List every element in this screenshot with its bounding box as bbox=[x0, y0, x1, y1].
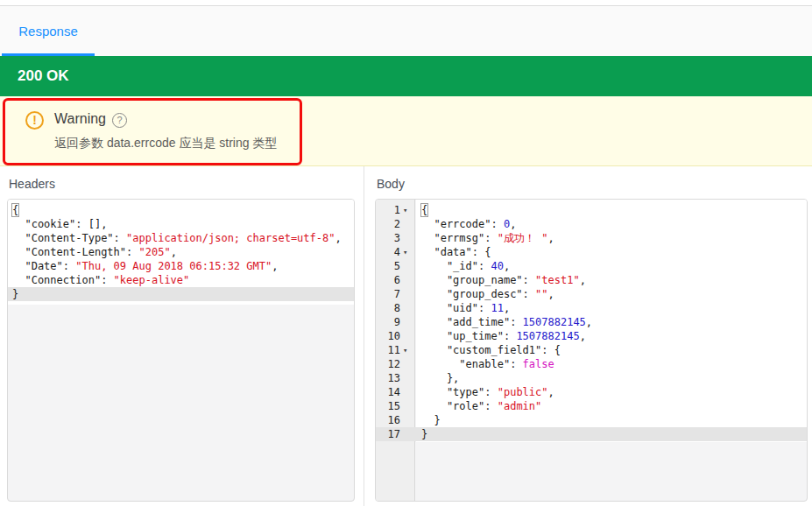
response-page: Response 200 OK ! Warning ? 返回参数 data.er… bbox=[0, 0, 812, 506]
status-banner: 200 OK bbox=[0, 56, 812, 96]
body-code-editor[interactable]: 1▾{2 "errcode": 0,3 "errmsg": "成功！ ",4▾ … bbox=[375, 199, 808, 502]
fold-spacer bbox=[400, 287, 416, 301]
tab-bar: Response bbox=[0, 6, 812, 56]
gutter-cell: 1▾ bbox=[376, 203, 416, 217]
code-text: { bbox=[416, 203, 807, 217]
code-line[interactable]: 4▾ "data": { bbox=[376, 245, 807, 259]
body-panel-label: Body bbox=[377, 177, 405, 191]
editor-rows: { "cookie": [], "Content-Type": "applica… bbox=[8, 203, 354, 301]
fold-arrow-icon[interactable]: ▾ bbox=[400, 343, 416, 357]
code-line[interactable]: 7 "group_desc": "", bbox=[376, 287, 807, 301]
code-line[interactable]: 16 } bbox=[376, 413, 807, 427]
line-number: 6 bbox=[376, 273, 400, 287]
code-line[interactable]: 5 "_id": 40, bbox=[376, 259, 807, 273]
code-text: "group_name": "test1", bbox=[416, 273, 807, 287]
code-text: } bbox=[8, 287, 354, 301]
code-text: "add_time": 1507882145, bbox=[416, 315, 807, 329]
code-line[interactable]: "Connection": "keep-alive" bbox=[8, 273, 354, 287]
gutter-cell: 16 bbox=[376, 413, 416, 427]
gutter-cell: 12 bbox=[376, 357, 416, 371]
code-line[interactable]: 8 "uid": 11, bbox=[376, 301, 807, 315]
gutter-cell: 17 bbox=[376, 427, 416, 441]
gutter-cell: 5 bbox=[376, 259, 416, 273]
fold-spacer bbox=[400, 385, 416, 399]
headers-code-editor[interactable]: { "cookie": [], "Content-Type": "applica… bbox=[7, 199, 355, 502]
fold-spacer bbox=[400, 357, 416, 371]
fold-spacer bbox=[400, 371, 416, 385]
code-text: "Content-Type": "application/json; chars… bbox=[8, 231, 354, 245]
line-number: 13 bbox=[376, 371, 400, 385]
line-number: 14 bbox=[376, 385, 400, 399]
code-line[interactable]: 13 }, bbox=[376, 371, 807, 385]
gutter-cell: 7 bbox=[376, 287, 416, 301]
code-line[interactable]: 15 "role": "admin" bbox=[376, 399, 807, 413]
fold-spacer bbox=[400, 413, 416, 427]
code-text: "custom_field1": { bbox=[416, 343, 807, 357]
line-number: 11 bbox=[376, 343, 400, 357]
panel-divider bbox=[364, 166, 364, 506]
code-line[interactable]: 6 "group_name": "test1", bbox=[376, 273, 807, 287]
code-line[interactable]: 14 "type": "public", bbox=[376, 385, 807, 399]
line-number: 4 bbox=[376, 245, 400, 259]
code-line[interactable]: 11▾ "custom_field1": { bbox=[376, 343, 807, 357]
code-line[interactable]: "Content-Type": "application/json; chars… bbox=[8, 231, 354, 245]
tab-response[interactable]: Response bbox=[2, 6, 95, 56]
code-text: "Content-Length": "205", bbox=[8, 245, 354, 259]
gutter-cell: 6 bbox=[376, 273, 416, 287]
gutter-cell: 3 bbox=[376, 231, 416, 245]
line-number: 16 bbox=[376, 413, 400, 427]
fold-spacer bbox=[400, 217, 416, 231]
code-line[interactable]: 10 "up_time": 1507882145, bbox=[376, 329, 807, 343]
code-text: { bbox=[8, 203, 354, 217]
line-number: 15 bbox=[376, 399, 400, 413]
gutter-cell: 4▾ bbox=[376, 245, 416, 259]
code-text: "type": "public", bbox=[416, 385, 807, 399]
line-number: 9 bbox=[376, 315, 400, 329]
code-text: "Date": "Thu, 09 Aug 2018 06:15:32 GMT", bbox=[8, 259, 354, 273]
code-line[interactable]: 1▾{ bbox=[376, 203, 807, 217]
code-text: "role": "admin" bbox=[416, 399, 807, 413]
code-text: "enable": false bbox=[416, 357, 807, 371]
gutter-cell: 14 bbox=[376, 385, 416, 399]
code-text: }, bbox=[416, 371, 807, 385]
code-line[interactable]: { bbox=[8, 203, 354, 217]
code-text: "up_time": 1507882145, bbox=[416, 329, 807, 343]
code-line[interactable]: "Content-Length": "205", bbox=[8, 245, 354, 259]
code-line[interactable]: "cookie": [], bbox=[8, 217, 354, 231]
gutter-cell: 15 bbox=[376, 399, 416, 413]
fold-spacer bbox=[400, 273, 416, 287]
line-number: 2 bbox=[376, 217, 400, 231]
fold-spacer bbox=[400, 315, 416, 329]
exclamation-circle-icon: ! bbox=[25, 111, 44, 130]
fold-arrow-icon[interactable]: ▾ bbox=[400, 245, 416, 259]
code-line[interactable]: 12 "enable": false bbox=[376, 357, 807, 371]
warning-title: Warning bbox=[54, 111, 106, 127]
code-line[interactable]: } bbox=[8, 287, 354, 301]
code-text: "group_desc": "", bbox=[416, 287, 807, 301]
code-text: "errmsg": "成功！ ", bbox=[416, 231, 807, 245]
gutter-cell: 2 bbox=[376, 217, 416, 231]
code-text: "uid": 11, bbox=[416, 301, 807, 315]
code-text: "data": { bbox=[416, 245, 807, 259]
line-number: 17 bbox=[376, 427, 400, 441]
headers-panel-label: Headers bbox=[9, 177, 55, 191]
line-number: 5 bbox=[376, 259, 400, 273]
fold-arrow-icon[interactable]: ▾ bbox=[400, 203, 416, 217]
fold-spacer bbox=[400, 301, 416, 315]
code-line[interactable]: 17} bbox=[376, 427, 807, 441]
code-line[interactable]: 3 "errmsg": "成功！ ", bbox=[376, 231, 807, 245]
warning-alert: ! Warning ? 返回参数 data.errcode 应当是 string… bbox=[0, 96, 812, 166]
editor-rows: 1▾{2 "errcode": 0,3 "errmsg": "成功！ ",4▾ … bbox=[376, 203, 807, 441]
line-number: 7 bbox=[376, 287, 400, 301]
code-line[interactable]: 9 "add_time": 1507882145, bbox=[376, 315, 807, 329]
fold-spacer bbox=[400, 329, 416, 343]
code-line[interactable]: 2 "errcode": 0, bbox=[376, 217, 807, 231]
fold-spacer bbox=[400, 259, 416, 273]
code-line[interactable]: "Date": "Thu, 09 Aug 2018 06:15:32 GMT", bbox=[8, 259, 354, 273]
line-number: 10 bbox=[376, 329, 400, 343]
code-text: } bbox=[416, 413, 807, 427]
question-circle-icon[interactable]: ? bbox=[112, 113, 127, 128]
fold-spacer bbox=[400, 399, 416, 413]
line-number: 12 bbox=[376, 357, 400, 371]
line-number: 8 bbox=[376, 301, 400, 315]
